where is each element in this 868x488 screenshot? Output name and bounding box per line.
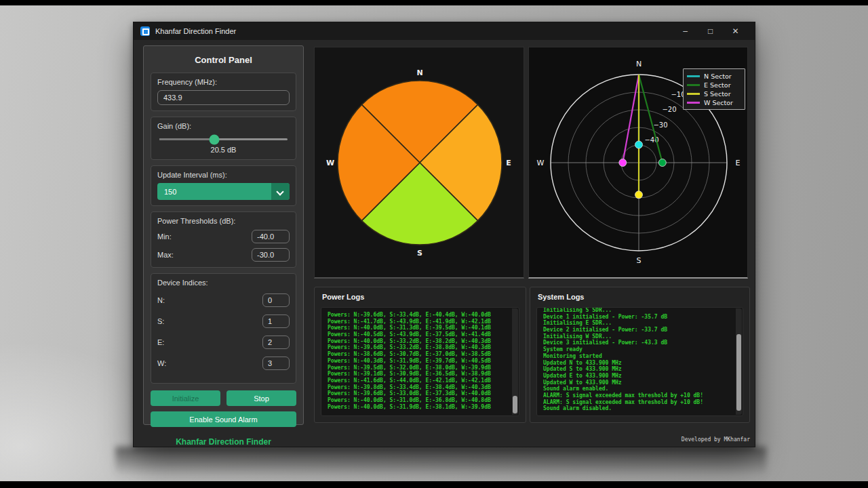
brand-text: Khanfar Direction Finder	[144, 437, 303, 447]
power-logs-panel: Power Logs Powers: N:-39.6dB, S:-33.4dB,…	[314, 287, 526, 423]
system-log-line: Initialising E SDR...	[543, 320, 741, 327]
legend-item-s: S Sector	[687, 89, 742, 98]
power-logs-scrollbar[interactable]	[512, 308, 518, 415]
legend-label: N Sector	[704, 73, 732, 80]
device-n-label: N:	[157, 296, 165, 304]
polar-compass-label-e: E	[736, 159, 741, 167]
gain-slider-handle[interactable]	[210, 134, 220, 144]
pie-compass-label-e: E	[506, 159, 511, 167]
device-row-s: S:	[157, 314, 290, 328]
device-e-input[interactable]	[262, 336, 290, 349]
system-log-line: Device 3 initialised - Power: -43.3 dB	[543, 340, 741, 346]
polar-marker-s	[635, 191, 643, 199]
power-log-line: Powers: N:-41.6dB, S:-44.0dB, E:-42.1dB,…	[328, 378, 517, 384]
polar-marker-e	[658, 159, 666, 167]
polar-line-w	[623, 75, 639, 163]
device-row-e: E:	[157, 336, 290, 349]
letterbox-bottom	[0, 481, 868, 488]
system-log-line: Device 2 initialised - Power: -33.7 dB	[543, 327, 741, 333]
screen: Khanfar Direction Finder – □ ✕ Control P…	[0, 0, 868, 488]
system-logs-box[interactable]: Initialising S SDR...Device 1 initialise…	[536, 307, 743, 416]
device-row-n: N:	[157, 293, 290, 307]
window-shadow	[115, 447, 766, 479]
min-label: Min:	[157, 232, 172, 241]
polar-marker-n	[635, 141, 643, 148]
polar-compass-label-s: S	[637, 256, 642, 265]
system-log-line: ALARM: S signal exceeded max threshold b…	[543, 399, 741, 406]
power-log-line: Powers: N:-41.7dB, S:-43.9dB, E:-41.9dB,…	[328, 319, 517, 325]
system-logs-scroll-thumb[interactable]	[736, 334, 741, 411]
power-log-line: Powers: N:-39.5dB, S:-32.0dB, E:-38.0dB,…	[328, 365, 517, 371]
device-indices-label: Device Indices:	[157, 279, 290, 287]
initialize-button[interactable]: Initialize	[151, 390, 220, 406]
min-threshold-input[interactable]	[252, 230, 290, 243]
pie-compass-label-s: S	[417, 249, 422, 258]
app-icon	[140, 26, 150, 36]
enable-sound-alarm-button[interactable]: Enable Sound Alarm	[151, 411, 296, 427]
minimize-icon[interactable]: –	[673, 22, 698, 40]
power-log-line: Powers: N:-40.0dB, S:-31.9dB, E:-38.1dB,…	[328, 404, 517, 411]
system-log-line: Updated N to 433.900 MHz	[543, 360, 741, 367]
titlebar: Khanfar Direction Finder – □ ✕	[134, 22, 755, 40]
system-log-line: Monitoring started	[543, 353, 741, 360]
device-e-label: E:	[157, 338, 164, 346]
power-log-line: Powers: N:-40.5dB, S:-43.9dB, E:-37.5dB,…	[328, 331, 517, 338]
min-threshold-row: Min:	[157, 230, 290, 243]
system-log-line: Initialising W SDR...	[543, 333, 741, 340]
system-log-lines: Initialising S SDR...Device 1 initialise…	[543, 307, 741, 412]
interval-dropdown[interactable]: 150	[157, 183, 290, 200]
power-logs-scroll-thumb[interactable]	[513, 396, 517, 413]
power-log-line: Powers: N:-39.6dB, S:-33.0dB, E:-37.3dB,…	[328, 390, 517, 397]
interval-label: Update Interval (ms):	[157, 171, 290, 179]
power-log-line: Powers: N:-39.8dB, S:-33.4dB, E:-38.4dB,…	[328, 384, 517, 391]
power-log-line: Powers: N:-39.1dB, S:-30.9dB, E:-36.5dB,…	[328, 371, 517, 378]
polar-radial-tick-label: −20	[662, 106, 676, 113]
device-w-input[interactable]	[262, 357, 290, 370]
developer-credit: Developed by MKhanfar	[682, 436, 750, 443]
maximize-icon[interactable]: □	[698, 22, 723, 40]
interval-section: Update Interval (ms): 150	[151, 165, 296, 206]
legend-swatch-icon	[687, 102, 700, 104]
power-log-line: Powers: N:-40.3dB, S:-31.9dB, E:-39.7dB,…	[328, 358, 517, 365]
device-n-input[interactable]	[262, 293, 290, 307]
legend-label: W Sector	[704, 99, 733, 106]
system-log-line: System ready	[543, 346, 741, 353]
polar-radial-tick-label: −30	[653, 121, 667, 129]
button-row: Initialize Stop	[151, 390, 296, 406]
gain-label: Gain (dB):	[157, 122, 290, 130]
system-logs-scrollbar[interactable]	[736, 308, 742, 415]
polar-compass-label-n: N	[636, 60, 642, 68]
direction-pie-chart: NESW	[315, 47, 524, 277]
letterbox-top	[0, 0, 868, 5]
system-log-line: Updated S to 433.900 MHz	[543, 366, 741, 373]
legend-swatch-icon	[687, 93, 700, 95]
stop-button[interactable]: Stop	[226, 390, 296, 406]
power-logs-box[interactable]: Powers: N:-39.6dB, S:-33.4dB, E:-40.4dB,…	[321, 307, 519, 416]
legend-label: E Sector	[704, 81, 731, 89]
max-threshold-row: Max:	[157, 248, 290, 262]
thresholds-label: Power Thresholds (dB):	[157, 217, 290, 225]
polar-compass-label-w: W	[537, 159, 545, 167]
system-log-line: Sound alarm enabled.	[543, 386, 741, 392]
polar-marker-w	[619, 159, 627, 167]
control-panel: Control Panel Frequency (MHz): Gain (dB)…	[143, 45, 304, 425]
device-s-input[interactable]	[262, 314, 290, 328]
gain-slider[interactable]	[159, 138, 288, 140]
window-controls: – □ ✕	[673, 22, 748, 40]
system-log-line: Device 1 initialised - Power: -35.7 dB	[543, 314, 741, 321]
device-w-label: W:	[157, 359, 166, 367]
max-label: Max:	[157, 251, 174, 259]
close-icon[interactable]: ✕	[723, 22, 748, 40]
power-log-line: Powers: N:-39.6dB, S:-33.4dB, E:-40.4dB,…	[328, 312, 517, 319]
legend-item-e: E Sector	[687, 81, 742, 89]
system-log-line: Sound alarm disabled.	[543, 405, 741, 412]
legend-item-w: W Sector	[687, 98, 742, 107]
power-log-lines: Powers: N:-39.6dB, S:-33.4dB, E:-40.4dB,…	[328, 312, 517, 410]
pie-compass-label-n: N	[416, 68, 422, 77]
frequency-input[interactable]	[157, 90, 290, 105]
polar-plot-panel: 0−10−20−30−40NESW N SectorE SectorS Sect…	[528, 47, 748, 279]
system-log-line: Updated E to 433.900 MHz	[543, 373, 741, 380]
max-threshold-input[interactable]	[252, 248, 290, 262]
legend-item-n: N Sector	[687, 72, 742, 81]
polar-legend: N SectorE SectorS SectorW Sector	[683, 68, 745, 110]
